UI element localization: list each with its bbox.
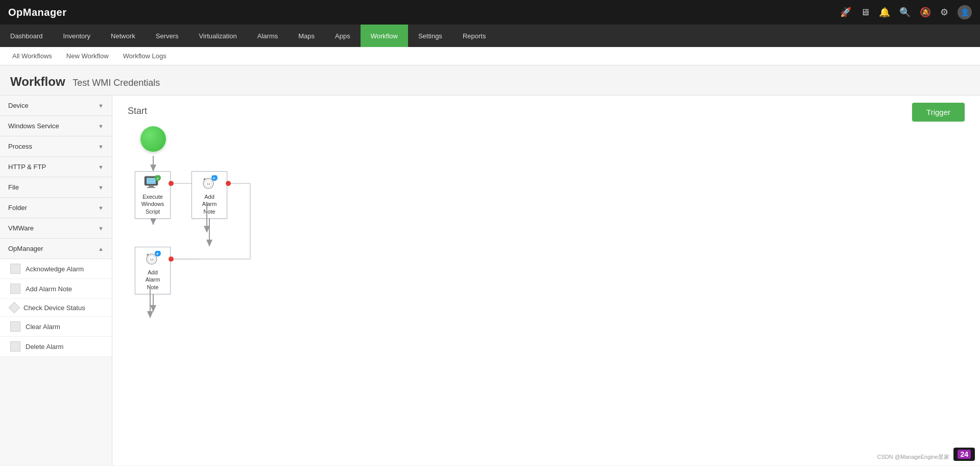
- section-label-start: Start: [128, 106, 147, 116]
- list-item[interactable]: Add Alarm Note: [0, 279, 112, 299]
- watermark: CSDN @ManageEngine星家: [877, 453, 949, 461]
- svg-text:12: 12: [150, 258, 154, 261]
- sub-nav: All Workflows New Workflow Workflow Logs: [0, 47, 980, 65]
- add-alarm-1-icon: 12 +: [198, 174, 221, 192]
- page-subtitle: Test WMI Credentials: [73, 78, 160, 88]
- chevron-down-icon-5: ▼: [98, 184, 104, 191]
- topbar-icons: 🚀 🖥 🔔 🔍 🔕 ⚙ 👤: [840, 5, 972, 19]
- opmanager-items: Acknowledge Alarm Add Alarm Note Check D…: [0, 259, 112, 357]
- gear-icon[interactable]: ⚙: [940, 7, 948, 18]
- sidebar-category-opmanager[interactable]: OpManager ▲: [0, 239, 112, 259]
- alert-bell-icon[interactable]: 🔕: [920, 7, 931, 18]
- sidebar-category-vmware[interactable]: VMWare ▼: [0, 218, 112, 239]
- trigger-button[interactable]: Trigger: [912, 103, 965, 122]
- page-title: Workflow: [10, 75, 65, 88]
- execute-label: ExecuteWindowsScript: [135, 193, 170, 215]
- chevron-up-icon: ▲: [98, 246, 104, 252]
- nav-item-settings[interactable]: Settings: [408, 25, 452, 47]
- nav-item-network[interactable]: Network: [101, 25, 146, 47]
- chevron-down-icon-7: ▼: [98, 225, 104, 231]
- chevron-down-icon-6: ▼: [98, 205, 104, 211]
- rocket-icon[interactable]: 🚀: [840, 7, 851, 18]
- list-item[interactable]: Acknowledge Alarm: [0, 259, 112, 279]
- nav-item-maps[interactable]: Maps: [288, 25, 325, 47]
- category-label-windows-service: Windows Service: [8, 122, 59, 130]
- nav-item-virtualization[interactable]: Virtualization: [189, 25, 247, 47]
- connector-dot-alarm1-right: [226, 181, 231, 186]
- category-label-http-ftp: HTTP & FTP: [8, 163, 46, 171]
- nav-item-workflow[interactable]: Workflow: [361, 25, 408, 47]
- add-alarm-1-label: AddAlarmNote: [192, 193, 227, 215]
- workflow-start-node[interactable]: [140, 126, 166, 152]
- svg-rect-11: [147, 178, 156, 184]
- main-layout: Device ▼ Windows Service ▼ Process ▼ HTT…: [0, 96, 980, 465]
- workflow-connectors: [112, 96, 980, 465]
- category-label-device: Device: [8, 102, 29, 109]
- item-label-delete-alarm: Delete Alarm: [26, 343, 63, 351]
- category-label-process: Process: [8, 143, 32, 150]
- workflow-node-execute[interactable]: ✓ ExecuteWindowsScript: [135, 171, 171, 219]
- item-icon-add-alarm-note: [10, 284, 20, 294]
- item-label-check-device: Check Device Status: [23, 304, 85, 312]
- category-label-folder: Folder: [8, 204, 27, 212]
- sidebar-category-file[interactable]: File ▼: [0, 177, 112, 198]
- category-label-opmanager: OpManager: [8, 245, 43, 252]
- add-alarm-2-label: AddAlarmNote: [135, 269, 170, 291]
- topbar: OpManager 🚀 🖥 🔔 🔍 🔕 ⚙ 👤: [0, 0, 980, 25]
- svg-rect-13: [147, 187, 155, 188]
- monitor-icon[interactable]: 🖥: [861, 7, 870, 18]
- sidebar-category-process[interactable]: Process ▼: [0, 136, 112, 157]
- nav-item-dashboard[interactable]: Dashboard: [0, 25, 53, 47]
- app-logo: OpManager: [8, 7, 67, 18]
- nav-item-alarms[interactable]: Alarms: [247, 25, 288, 47]
- svg-text:+: +: [156, 251, 159, 257]
- subnav-all-workflows[interactable]: All Workflows: [6, 47, 58, 65]
- page-header: Workflow Test WMI Credentials: [0, 65, 980, 96]
- chevron-down-icon-2: ▼: [98, 123, 104, 129]
- sidebar-category-http-ftp[interactable]: HTTP & FTP ▼: [0, 157, 112, 177]
- item-icon-delete-alarm: [10, 341, 20, 352]
- item-icon-acknowledge: [10, 264, 20, 274]
- item-icon-clear-alarm: [10, 321, 20, 332]
- svg-text:✓: ✓: [156, 177, 159, 180]
- chevron-down-icon-4: ▼: [98, 164, 104, 170]
- chevron-down-icon-3: ▼: [98, 144, 104, 150]
- sidebar: Device ▼ Windows Service ▼ Process ▼ HTT…: [0, 96, 112, 465]
- bell-alert-icon[interactable]: 🔔: [879, 7, 890, 18]
- list-item[interactable]: Delete Alarm: [0, 337, 112, 357]
- badge-number: 24: [958, 450, 971, 459]
- workflow-node-add-alarm-2[interactable]: 12 + AddAlarmNote: [135, 247, 171, 294]
- workflow-node-add-alarm-1[interactable]: 12 + AddAlarmNote: [192, 171, 227, 219]
- list-item[interactable]: Check Device Status: [0, 299, 112, 317]
- nav-item-servers[interactable]: Servers: [146, 25, 189, 47]
- list-item[interactable]: Clear Alarm: [0, 317, 112, 337]
- chevron-down-icon: ▼: [98, 103, 104, 109]
- nav-menu: Dashboard Inventory Network Servers Virt…: [0, 25, 980, 47]
- sidebar-category-device[interactable]: Device ▼: [0, 96, 112, 116]
- item-label-add-alarm-note: Add Alarm Note: [26, 285, 72, 293]
- workflow-canvas[interactable]: Start Trigger: [112, 96, 980, 465]
- svg-text:+: +: [213, 176, 216, 181]
- nav-item-apps[interactable]: Apps: [325, 25, 361, 47]
- nav-item-reports[interactable]: Reports: [452, 25, 496, 47]
- sidebar-category-folder[interactable]: Folder ▼: [0, 198, 112, 218]
- canvas-inner: Start Trigger: [112, 96, 980, 465]
- category-label-file: File: [8, 183, 19, 191]
- subnav-workflow-logs[interactable]: Workflow Logs: [117, 47, 173, 65]
- connector-dot-execute-right: [169, 181, 174, 186]
- search-icon[interactable]: 🔍: [899, 7, 911, 18]
- svg-text:12: 12: [207, 182, 210, 185]
- item-icon-check-device: [9, 302, 20, 314]
- sidebar-category-windows-service[interactable]: Windows Service ▼: [0, 116, 112, 136]
- connector-dot-alarm2-right: [169, 257, 174, 262]
- subnav-new-workflow[interactable]: New Workflow: [60, 47, 115, 65]
- avatar[interactable]: 👤: [958, 5, 972, 19]
- bottom-badge: 24: [953, 448, 975, 461]
- item-label-clear-alarm: Clear Alarm: [26, 323, 60, 331]
- category-label-vmware: VMWare: [8, 224, 34, 232]
- add-alarm-2-icon: 12 +: [141, 249, 164, 268]
- svg-rect-12: [149, 185, 154, 187]
- execute-icon: ✓: [141, 174, 164, 192]
- nav-item-inventory[interactable]: Inventory: [53, 25, 101, 47]
- item-label-acknowledge: Acknowledge Alarm: [26, 265, 84, 273]
